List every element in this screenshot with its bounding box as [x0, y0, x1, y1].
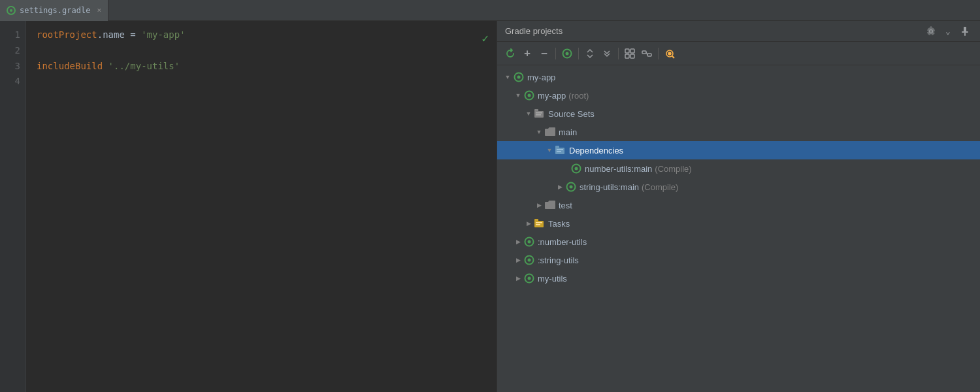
gradle-panel-title: Gradle projects — [505, 26, 563, 36]
tree-item-test[interactable]: ▶ test — [497, 196, 980, 214]
gradle-dependency-icon — [565, 181, 577, 193]
tree-item-label: :number-utils — [538, 237, 587, 247]
gradle-project-icon — [523, 90, 535, 101]
gradle-header: Gradle projects ⌄ — [497, 21, 980, 42]
gradle-project-icon — [513, 71, 525, 83]
code-token: 'my-app' — [141, 27, 185, 43]
tree-arrow: ▶ — [513, 273, 523, 284]
settings-button[interactable] — [924, 24, 938, 39]
tree-arrow: ▼ — [513, 90, 523, 101]
gradle-panel: Gradle projects ⌄ — [497, 21, 980, 392]
refresh-button[interactable] — [502, 46, 518, 61]
svg-point-32 — [570, 186, 573, 189]
tree-arrow: ▼ — [534, 127, 544, 137]
tree-item-label: my-app — [527, 73, 555, 82]
tree-arrow: ▶ — [523, 218, 534, 229]
tree-item-label: test — [559, 201, 572, 210]
gradle-icon-button[interactable] — [559, 46, 575, 61]
svg-rect-7 — [625, 49, 629, 53]
svg-rect-24 — [536, 114, 541, 116]
tree-arrow: ▼ — [502, 72, 513, 82]
tree-item-label: number-utils:main — [585, 164, 652, 174]
tree-item-label: Dependencies — [569, 146, 623, 155]
main-layout: 1 2 3 4 ✓ rootProject.name = 'my-app' in… — [0, 21, 980, 392]
dependencies-icon — [555, 144, 566, 156]
tree-item-muted: (Compile) — [642, 182, 678, 192]
tree-arrow: ▶ — [534, 200, 544, 210]
gear-dropdown-button[interactable]: ⌄ — [941, 24, 955, 39]
svg-rect-12 — [647, 54, 651, 56]
tree-item-number-utils-proj[interactable]: ▶ :number-utils — [497, 233, 980, 251]
collapse-all-button[interactable] — [599, 46, 615, 61]
tree-item-string-utils-main[interactable]: ▶ string-utils:main (Compile) — [497, 178, 980, 196]
svg-point-18 — [517, 76, 521, 79]
tree-item-string-utils-proj[interactable]: ▶ :string-utils — [497, 251, 980, 269]
toolbar-separator-3 — [618, 48, 619, 59]
group-button[interactable] — [622, 46, 638, 61]
remove-button[interactable]: − — [536, 46, 552, 61]
tree-arrow: ▶ — [513, 255, 523, 265]
svg-rect-8 — [630, 49, 634, 53]
tree-item-source-sets[interactable]: ▼ Source Sets — [497, 105, 980, 123]
expand-all-button[interactable] — [582, 46, 598, 61]
tree-item-tasks[interactable]: ▶ Tasks — [497, 214, 980, 233]
svg-rect-2 — [964, 27, 966, 32]
svg-rect-26 — [555, 146, 559, 148]
code-token: .name = — [97, 27, 141, 43]
code-line-4 — [37, 74, 486, 90]
gradle-header-buttons: ⌄ — [924, 24, 972, 39]
tree-item-muted: (Compile) — [655, 164, 691, 174]
svg-point-42 — [528, 277, 531, 280]
tree-item-number-utils-main[interactable]: number-utils:main (Compile) — [497, 159, 980, 178]
gradle-toolbar: + − — [497, 42, 980, 65]
tab-label: settings.gradle — [20, 6, 90, 15]
svg-rect-22 — [534, 109, 538, 112]
gradle-dependency-icon — [570, 163, 582, 174]
toolbar-separator-1 — [555, 48, 556, 59]
svg-point-15 — [668, 52, 671, 55]
svg-line-16 — [672, 56, 674, 58]
code-line-3: includeBuild '../my-utils' — [37, 59, 486, 74]
folder-icon — [544, 126, 556, 138]
tree-item-muted: (root) — [568, 91, 589, 101]
folder-icon — [544, 199, 556, 211]
tree-item-label: Source Sets — [548, 109, 595, 119]
tree-arrow: ▶ — [555, 182, 565, 192]
svg-rect-36 — [536, 224, 540, 225]
tree-arrow: ▼ — [523, 108, 534, 119]
line-number: 3 — [0, 59, 20, 74]
svg-rect-3 — [962, 31, 968, 33]
tree-item-label: :string-utils — [538, 255, 579, 265]
gradle-project-icon — [523, 272, 535, 284]
toolbar-separator-4 — [658, 48, 659, 59]
svg-rect-9 — [625, 54, 629, 58]
pin-button[interactable] — [958, 24, 972, 39]
tree-view[interactable]: ▼ my-app ▼ my — [497, 65, 980, 392]
tree-item-label: main — [559, 127, 577, 137]
svg-rect-34 — [534, 219, 538, 221]
tab-close-button[interactable]: × — [97, 6, 101, 14]
link-button[interactable] — [639, 46, 655, 61]
checkmark-icon: ✓ — [482, 29, 489, 49]
tree-item-main[interactable]: ▼ main — [497, 123, 980, 141]
editor-panel: 1 2 3 4 ✓ rootProject.name = 'my-app' in… — [0, 21, 497, 392]
svg-point-6 — [566, 52, 569, 55]
svg-point-38 — [528, 240, 531, 244]
source-sets-icon — [534, 108, 546, 120]
tree-item-dependencies[interactable]: ▼ Dependencies — [497, 141, 980, 159]
tree-item-my-app-inner[interactable]: ▼ my-app (root) — [497, 86, 980, 105]
svg-rect-27 — [557, 149, 563, 150]
settings-gradle-tab[interactable]: settings.gradle × — [0, 0, 108, 21]
line-number: 4 — [0, 74, 20, 90]
svg-rect-10 — [630, 54, 634, 58]
filter-button[interactable] — [662, 46, 678, 61]
code-line-2 — [37, 43, 486, 59]
svg-rect-35 — [536, 222, 542, 223]
svg-line-13 — [646, 52, 647, 55]
add-button[interactable]: + — [519, 46, 535, 61]
tree-item-my-app-root[interactable]: ▼ my-app — [497, 68, 980, 86]
svg-point-20 — [528, 94, 531, 97]
svg-rect-28 — [557, 151, 561, 152]
code-area[interactable]: ✓ rootProject.name = 'my-app' includeBui… — [26, 21, 497, 392]
tree-item-my-utils-proj[interactable]: ▶ my-utils — [497, 269, 980, 287]
